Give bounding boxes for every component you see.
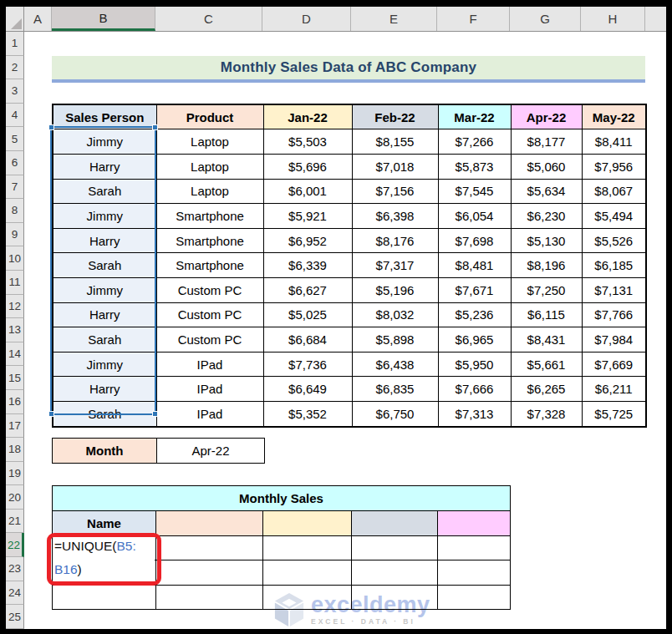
main-table-cell[interactable]: $7,250 (511, 277, 582, 302)
select-all-button[interactable] (6, 7, 24, 31)
main-table-cell[interactable]: $8,032 (352, 302, 438, 327)
main-table-cell[interactable]: $5,526 (582, 228, 646, 253)
main-table-cell[interactable]: Laptop (156, 154, 263, 179)
main-table-cell[interactable]: $5,873 (438, 154, 511, 179)
result-header-color-cell[interactable] (438, 510, 511, 535)
main-table-cell[interactable]: $8,431 (511, 327, 582, 353)
main-table-cell[interactable]: $6,684 (263, 327, 352, 353)
empty-cell[interactable] (53, 585, 156, 610)
main-table-cell[interactable]: $6,750 (352, 401, 438, 426)
row-header-12[interactable]: 12 (6, 295, 24, 319)
main-table-cell[interactable]: $7,669 (582, 352, 646, 377)
row-header-19[interactable]: 19 (6, 462, 24, 486)
main-table-cell[interactable]: $6,965 (438, 327, 511, 353)
main-table-cell[interactable]: Custom PC (156, 277, 263, 302)
main-table-cell[interactable]: $5,352 (263, 401, 352, 426)
main-table-cell[interactable]: $7,317 (352, 253, 438, 278)
main-table-cell[interactable]: $7,156 (352, 179, 438, 204)
main-table-cell[interactable]: $5,950 (438, 352, 511, 377)
month-value-cell[interactable]: Apr-22 (157, 439, 265, 464)
result-header-color-cell[interactable] (352, 510, 438, 535)
row-header-11[interactable]: 11 (6, 271, 24, 295)
main-table-header-cell[interactable]: Mar-22 (438, 104, 511, 129)
main-table-header-cell[interactable]: Apr-22 (511, 104, 582, 129)
main-table-cell[interactable]: $8,155 (352, 129, 438, 155)
result-header-color-cell[interactable] (263, 510, 352, 535)
row-header-18[interactable]: 18 (6, 438, 24, 462)
column-header-c[interactable]: C (155, 7, 262, 31)
main-table-cell[interactable]: $8,196 (511, 253, 582, 278)
main-table-cell[interactable]: Smartphone (156, 228, 263, 253)
main-table-cell[interactable]: $5,494 (582, 204, 646, 229)
row-header-17[interactable]: 17 (6, 414, 24, 439)
main-table-cell[interactable]: IPad (156, 377, 263, 402)
main-table-cell[interactable]: Custom PC (156, 302, 263, 327)
main-table-header-cell[interactable]: May-22 (582, 104, 646, 129)
main-table-cell[interactable]: $5,696 (263, 154, 352, 179)
main-table-cell[interactable]: $5,025 (263, 302, 352, 327)
row-header-21[interactable]: 21 (6, 510, 24, 534)
formula-editing-cell[interactable]: =UNIQUE(B5: B16) (53, 535, 155, 581)
main-table-cell[interactable]: Harry (53, 154, 156, 179)
main-table-cell[interactable]: $6,627 (263, 277, 352, 302)
column-header-g[interactable]: G (510, 7, 581, 31)
main-table-cell[interactable]: Custom PC (156, 327, 263, 353)
main-table-cell[interactable]: $6,230 (511, 204, 582, 229)
result-header-color-cell[interactable] (156, 510, 263, 535)
main-table-cell[interactable]: $7,266 (438, 129, 511, 155)
main-table-cell[interactable]: $8,411 (582, 129, 646, 155)
column-header-a[interactable]: A (24, 7, 52, 31)
row-header-1[interactable]: 1 (6, 32, 24, 56)
column-header-d[interactable]: D (262, 7, 351, 31)
main-table-cell[interactable]: $7,328 (511, 401, 582, 426)
empty-cell[interactable] (156, 560, 263, 586)
main-table-cell[interactable]: IPad (156, 401, 263, 426)
column-header-f[interactable]: F (437, 7, 510, 31)
row-header-5[interactable]: 5 (6, 127, 24, 151)
column-header-b[interactable]: B (52, 7, 155, 31)
row-header-9[interactable]: 9 (6, 223, 24, 247)
main-table-cell[interactable]: $5,725 (582, 401, 646, 426)
title-cell[interactable]: Monthly Sales Data of ABC Company (52, 56, 645, 84)
main-table-cell[interactable]: $7,698 (438, 228, 511, 253)
main-table-header-cell[interactable]: Product (156, 104, 263, 129)
main-table-cell[interactable]: $7,018 (352, 154, 438, 179)
main-table-cell[interactable]: Laptop (156, 179, 263, 204)
main-table-cell[interactable]: Jimmy (53, 204, 156, 229)
main-table-cell[interactable]: $6,211 (582, 377, 646, 402)
empty-cell[interactable] (352, 535, 438, 560)
main-table-cell[interactable]: $6,054 (438, 204, 511, 229)
row-header-13[interactable]: 13 (6, 318, 24, 342)
main-table-cell[interactable]: $7,956 (582, 154, 646, 179)
main-table-cell[interactable]: $5,898 (352, 327, 438, 353)
empty-cell[interactable] (438, 585, 511, 610)
main-table-cell[interactable]: $7,766 (582, 302, 646, 327)
main-table-cell[interactable]: $5,196 (352, 277, 438, 302)
empty-cell[interactable] (438, 560, 511, 586)
main-table-cell[interactable]: $5,130 (511, 228, 582, 253)
main-table-cell[interactable]: $6,115 (511, 302, 582, 327)
main-table-cell[interactable]: Jimmy (53, 352, 156, 377)
main-table-header-cell[interactable]: Feb-22 (352, 104, 438, 129)
main-table-cell[interactable]: $8,481 (438, 253, 511, 278)
empty-cell[interactable] (352, 585, 438, 610)
main-table-cell[interactable]: $6,952 (263, 228, 352, 253)
main-table-header-cell[interactable]: Jan-22 (263, 104, 352, 129)
row-header-8[interactable]: 8 (6, 199, 24, 223)
main-table-cell[interactable]: Harry (53, 302, 156, 327)
main-table-cell[interactable]: $7,984 (582, 327, 646, 353)
main-table-cell[interactable]: $6,398 (352, 204, 438, 229)
main-table-cell[interactable]: $6,001 (263, 179, 352, 204)
main-table-cell[interactable]: $5,634 (511, 179, 582, 204)
main-table-cell[interactable]: $7,131 (582, 277, 646, 302)
row-header-7[interactable]: 7 (6, 175, 24, 200)
row-header-6[interactable]: 6 (6, 151, 24, 175)
main-table-cell[interactable]: $7,545 (438, 179, 511, 204)
main-table-cell[interactable]: $8,177 (511, 129, 582, 155)
main-table-cell[interactable]: Jimmy (53, 129, 156, 155)
month-label-cell[interactable]: Month (53, 439, 157, 464)
main-table-cell[interactable]: IPad (156, 352, 263, 377)
main-table-cell[interactable]: $6,835 (352, 377, 438, 402)
main-table-cell[interactable]: Sarah (53, 327, 156, 353)
main-table-cell[interactable]: $5,236 (438, 302, 511, 327)
